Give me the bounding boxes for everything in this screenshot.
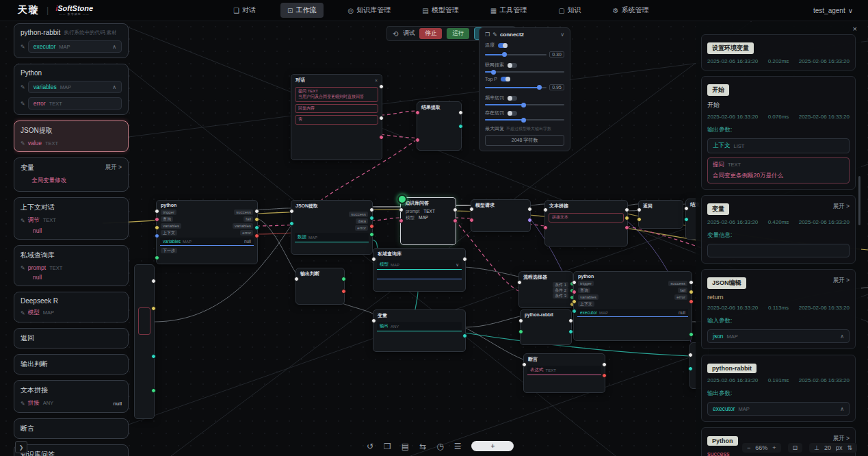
grid-size-value[interactable]: 20	[824, 444, 831, 451]
field-null-value: null	[114, 401, 122, 407]
join-text-box[interactable]: 拼接文本	[549, 213, 624, 223]
node-python-rabbit[interactable]: python-rabbit	[520, 309, 572, 345]
undo-icon[interactable]: ↺	[367, 442, 373, 451]
char-limit-button[interactable]: 2048 字符数	[485, 135, 564, 146]
sidebar-card-return[interactable]: 返回	[14, 328, 129, 349]
close-icon[interactable]: ×	[375, 78, 378, 83]
node-flow-selector[interactable]: 流程选择器 条件 1 条件 2 条件 3	[518, 271, 573, 308]
grid-stepper[interactable]: ⇅	[847, 444, 852, 451]
sidebar-card-variable[interactable]: 变量展开 > 全局变量修改	[14, 157, 129, 192]
field-error[interactable]: errorTEXT	[28, 97, 122, 110]
copy-icon[interactable]: ❒	[384, 442, 391, 451]
sidebar-card-text-join[interactable]: 文本拼接 ✎ 拼接ANY null	[14, 380, 129, 413]
field-model: 模型MAP	[28, 309, 54, 317]
expand-link[interactable]: 展开 >	[833, 435, 850, 443]
menu-item-knowledge-base[interactable]: ◎知识库管理	[341, 3, 398, 18]
menu-item-system-mgmt[interactable]: ⚙系统管理	[606, 3, 656, 18]
variable-link[interactable]: 全局变量修改	[31, 177, 122, 185]
history-icon[interactable]: ◷	[436, 442, 443, 451]
fit-view-button[interactable]: ⊡	[793, 444, 798, 451]
node-clipped-left[interactable]	[134, 264, 155, 419]
node-assert[interactable]: 断言 表达式TEXT	[523, 353, 605, 393]
sidebar-card-deepseek[interactable]: Deepseek R ✎ 模型MAP	[14, 292, 129, 322]
panel-scrollbar[interactable]	[858, 176, 860, 225]
web-search-toggle[interactable]	[508, 63, 517, 68]
question-field[interactable]: 提问TEXT 合同变更条例额20万是什么	[707, 157, 850, 183]
library-input[interactable]	[377, 271, 462, 279]
node-python-1[interactable]: python triggersuccess 查询fail variablesva…	[156, 200, 258, 264]
output-field[interactable]: 输出ANY	[377, 322, 462, 331]
node-private-query[interactable]: 私域查询库 模型MAP∨	[373, 248, 466, 292]
sidebar-card-kb-qa[interactable]: 知识库问答 ✎ promptTEXT null	[14, 444, 129, 456]
node-variable[interactable]: 变量 输出ANY	[373, 309, 466, 352]
log-entry-env[interactable]: 设置环境变量 2025-02-06 16:33:200.202ms2025-02…	[701, 34, 856, 71]
node-return[interactable]: 返回	[638, 200, 683, 229]
node-text-join[interactable]: 文本拼接 拼接文本	[544, 200, 628, 246]
dialog-no-box[interactable]: 否	[295, 115, 378, 125]
sidebar-card-assert[interactable]: 断言	[14, 418, 129, 439]
menu-item-knowledge[interactable]: ▢知识	[551, 3, 588, 18]
node-dialog[interactable]: 对话× 提问 TEXT当用户问及合同变更细则时直接回答 回复内容 否	[291, 74, 382, 160]
variables-input[interactable]: variablesMAPnull	[160, 238, 254, 246]
variable-info-field[interactable]	[707, 244, 850, 257]
menu-item-workflow[interactable]: ⊡工作流	[280, 3, 323, 18]
zoom-in-button[interactable]: +	[772, 444, 776, 451]
model-select[interactable]: 模型MAP∨	[377, 260, 462, 270]
log-entry-python-rabbit[interactable]: python-rabbit 2025-02-06 16:33:200.191ms…	[701, 355, 856, 422]
temperature-slider[interactable]	[485, 54, 547, 55]
freq-penalty-slider[interactable]	[485, 104, 564, 105]
sidebar-card-python[interactable]: Python ✎ variablesMAP∧ ✎ errorTEXT	[14, 64, 129, 115]
field-prompt: promptTEXT	[28, 264, 63, 271]
sidebar-card-private-query[interactable]: 私域查询库 ✎ promptTEXT null	[14, 245, 129, 286]
log-entry-start[interactable]: 开始 开始 2025-02-06 16:33:200.076ms2025-02-…	[701, 76, 856, 190]
close-icon[interactable]: ×	[853, 25, 857, 33]
menu-item-chat[interactable]: ❑对话	[226, 3, 263, 18]
executor-field[interactable]: executorMAP∧	[707, 402, 850, 416]
field-executor[interactable]: executorMAP∧	[28, 40, 122, 53]
executor-input[interactable]: executorMAPnull	[577, 309, 688, 317]
temperature-toggle[interactable]	[498, 43, 508, 48]
assert-expression-input[interactable]: 表达式TEXT	[527, 366, 601, 375]
data-input[interactable]: 数据MAP	[295, 233, 369, 242]
field-variables[interactable]: variablesMAP∧	[28, 81, 122, 93]
list-icon[interactable]: ☰	[454, 442, 462, 451]
node-json-extract[interactable]: JSON提取 success data error 数据MAP	[291, 200, 373, 255]
web-search-slider[interactable]	[485, 71, 564, 73]
expand-link[interactable]: 展开 >	[833, 203, 850, 211]
expand-link[interactable]: 展开 >	[833, 277, 850, 285]
zoom-out-button[interactable]: −	[747, 444, 750, 451]
flow-icon[interactable]: ⇆	[419, 442, 426, 451]
run-pill-button[interactable]: +	[471, 441, 514, 451]
refresh-icon[interactable]: ⟲	[393, 30, 398, 38]
user-menu[interactable]: test_agent ∨	[813, 7, 853, 14]
sidebar-card-python-rabbit[interactable]: python-rabbit执行系统中的代码 素材 ✎ executorMAP∧	[14, 23, 129, 58]
sidebar-card-json-extract-selected[interactable]: JSON提取 ✎ valueTEXT	[14, 121, 129, 152]
json-field[interactable]: jsonMAP∧	[707, 329, 850, 343]
doc-icon[interactable]: ▤	[402, 442, 409, 451]
top-p-toggle[interactable]	[501, 77, 510, 81]
stop-button[interactable]: 停止	[419, 28, 442, 39]
node-output-judge[interactable]: 输出判断	[295, 268, 345, 305]
logo-text: SoftStone	[57, 4, 93, 12]
log-entry-variable[interactable]: 变量 展开 > 2025-02-06 16:33:200.420ms2025-0…	[701, 195, 856, 264]
presence-penalty-toggle[interactable]	[508, 111, 517, 116]
menu-item-model-mgmt[interactable]: ▤模型管理	[415, 3, 465, 18]
sidebar-card-output-judge[interactable]: 输出判断	[14, 354, 129, 375]
sidebar-expand-button[interactable]: ❯	[15, 441, 27, 453]
node-result-extract[interactable]: 结果提取	[417, 101, 462, 151]
top-p-slider[interactable]	[485, 87, 547, 88]
sidebar-card-context-dialog[interactable]: 上下文对话 ✎ 调节TEXT null	[14, 197, 129, 240]
node-python-2[interactable]: python triggersuccess 查询fail variableser…	[573, 271, 692, 341]
freq-penalty-toggle[interactable]	[508, 96, 517, 101]
node-model-request[interactable]: 模型请求	[471, 199, 531, 232]
run-button[interactable]: 运行	[447, 28, 469, 39]
dialog-reply-box[interactable]: 回复内容	[295, 104, 378, 114]
node-kb-qa-active[interactable]: 知识库问答 promptTEXT 模型MAP	[400, 197, 456, 245]
presence-penalty-slider[interactable]	[485, 119, 564, 121]
context-field[interactable]: 上下文LIST	[707, 138, 850, 153]
menu-item-tools-mgmt[interactable]: ▦工具管理	[484, 3, 534, 18]
dialog-question-box[interactable]: 提问 TEXT当用户问及合同变更细则时直接回答	[295, 87, 378, 102]
chevron-down-icon[interactable]: ∨	[560, 31, 564, 38]
expand-link[interactable]: 展开 >	[105, 164, 122, 172]
log-entry-json-edit[interactable]: JSON编辑 展开 > return 2025-02-06 16:33:200.…	[701, 269, 856, 349]
